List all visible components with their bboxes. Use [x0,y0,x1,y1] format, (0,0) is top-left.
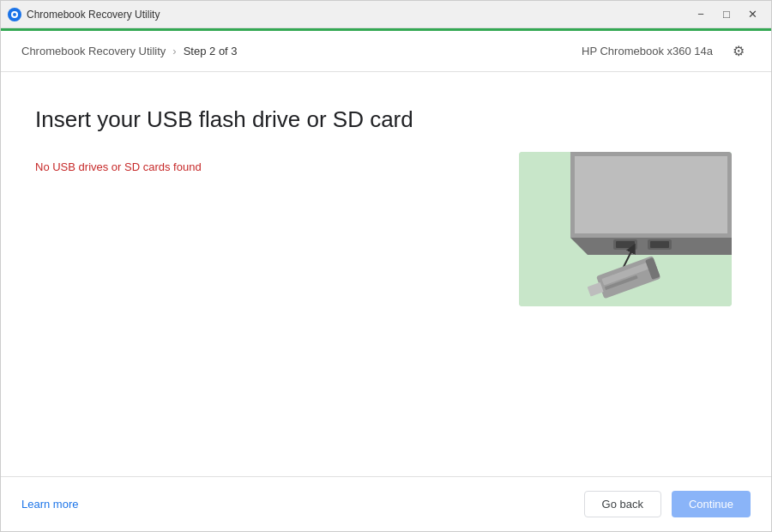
footer-buttons: Go back Continue [584,491,751,517]
right-panel [514,152,737,476]
window-controls: − □ ✕ [689,5,764,24]
illustration-svg [519,152,732,306]
no-drives-message: No USB drives or SD cards found [35,160,497,173]
settings-button[interactable]: ⚙ [727,39,751,63]
header-right: HP Chromebook x360 14a ⚙ [582,39,751,63]
title-bar: Chromebook Recovery Utility − □ ✕ [1,1,771,28]
close-button[interactable]: ✕ [740,5,764,24]
footer: Learn more Go back Continue [1,476,771,531]
go-back-button[interactable]: Go back [584,491,661,517]
svg-point-1 [13,13,16,16]
app-header: Chromebook Recovery Utility › Step 2 of … [1,31,771,72]
main-content: Insert your USB flash drive or SD card N… [1,72,771,476]
svg-rect-9 [650,241,669,248]
breadcrumb: Chromebook Recovery Utility › Step 2 of … [21,45,582,57]
usb-illustration [519,152,732,306]
svg-marker-5 [575,156,727,233]
title-bar-text: Chromebook Recovery Utility [27,9,689,21]
maximize-button[interactable]: □ [715,5,739,24]
app-icon [8,8,21,21]
device-name: HP Chromebook x360 14a [582,45,713,57]
svg-rect-7 [616,241,635,248]
breadcrumb-app-name: Chromebook Recovery Utility [21,45,166,57]
left-panel: No USB drives or SD cards found [35,160,497,476]
breadcrumb-step: Step 2 of 3 [184,45,238,57]
learn-more-link[interactable]: Learn more [21,498,584,511]
breadcrumb-separator: › [172,45,176,57]
content-area: No USB drives or SD cards found [35,160,737,476]
page-title: Insert your USB flash drive or SD card [35,106,737,133]
minimize-button[interactable]: − [689,5,713,24]
continue-button[interactable]: Continue [672,491,751,517]
